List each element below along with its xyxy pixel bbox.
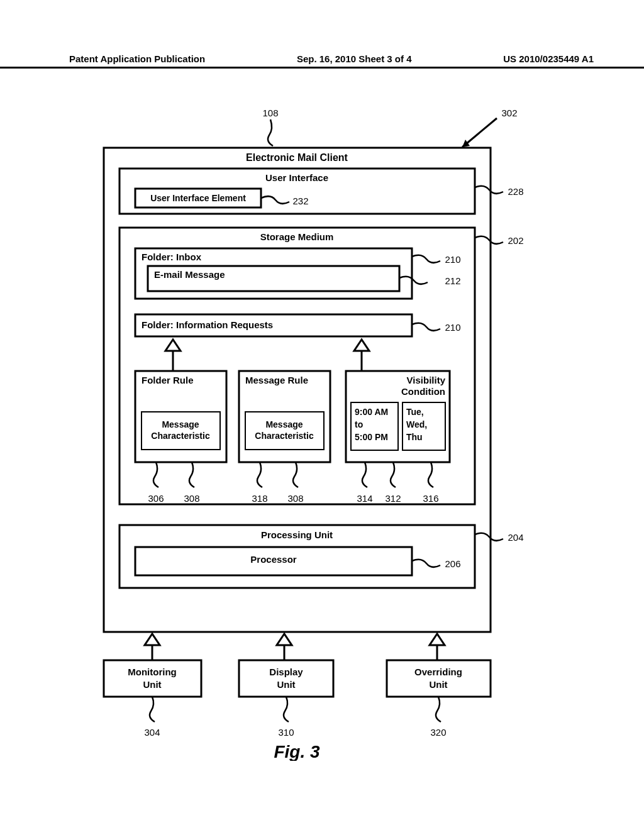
ref-212: 212 bbox=[445, 275, 460, 286]
label-user-interface: User Interface bbox=[265, 172, 328, 183]
ref-304: 304 bbox=[144, 727, 160, 738]
label-time-3: 5:00 PM bbox=[355, 432, 388, 442]
arrow-up-overriding bbox=[430, 634, 445, 660]
ref-316: 316 bbox=[423, 493, 438, 504]
label-msg-char-1a: Message bbox=[162, 419, 199, 429]
label-processor: Processor bbox=[250, 554, 297, 565]
header-right: US 2010/0235449 A1 bbox=[503, 53, 594, 64]
arrow-up-display bbox=[277, 634, 292, 660]
ref-206: 206 bbox=[445, 558, 460, 569]
label-mon-unit-2: Unit bbox=[143, 679, 161, 690]
label-msg-char-2a: Message bbox=[265, 419, 303, 429]
ref-318: 318 bbox=[252, 493, 267, 504]
box-monitoring-unit bbox=[104, 660, 201, 697]
label-day-3: Thu bbox=[406, 432, 423, 442]
label-storage-medium: Storage Medium bbox=[260, 231, 334, 242]
label-email-message: E-mail Message bbox=[154, 269, 225, 280]
label-disp-unit-2: Unit bbox=[277, 679, 295, 690]
ref-204: 204 bbox=[508, 532, 523, 543]
box-overriding-unit bbox=[387, 660, 491, 697]
label-mon-unit-1: Monitoring bbox=[128, 667, 176, 677]
figure-diagram: 108 302 Electronic Mail Client User Inte… bbox=[0, 94, 644, 761]
ref-228: 228 bbox=[508, 186, 523, 197]
label-ovr-unit-1: Overriding bbox=[414, 667, 462, 677]
lead-304 bbox=[150, 697, 155, 722]
label-folder-inbox: Folder: Inbox bbox=[142, 252, 202, 262]
lead-320 bbox=[436, 697, 441, 722]
ref-210a: 210 bbox=[445, 254, 460, 265]
ref-310: 310 bbox=[278, 727, 294, 738]
figure-label: Fig. 3 bbox=[274, 742, 320, 761]
label-mail-client: Electronic Mail Client bbox=[246, 152, 348, 163]
label-disp-unit-1: Display bbox=[269, 667, 303, 677]
label-folder-rule: Folder Rule bbox=[142, 375, 194, 385]
box-display-unit bbox=[239, 660, 333, 697]
label-day-1: Tue, bbox=[406, 407, 424, 417]
header-left: Patent Application Publication bbox=[69, 53, 205, 64]
label-vis-cond-1: Visibility bbox=[407, 375, 446, 385]
svg-marker-3 bbox=[277, 634, 292, 645]
label-day-2: Wed, bbox=[406, 419, 427, 429]
label-vis-cond-2: Condition bbox=[401, 386, 445, 397]
lead-108 bbox=[268, 119, 273, 146]
lead-310 bbox=[284, 697, 289, 722]
ref-314: 314 bbox=[357, 493, 372, 504]
header-mid: Sep. 16, 2010 Sheet 3 of 4 bbox=[297, 53, 412, 64]
label-msg-char-2b: Characteristic bbox=[255, 431, 314, 441]
header-rule bbox=[0, 67, 644, 69]
arrow-up-monitoring bbox=[145, 634, 160, 660]
label-ui-element: User Interface Element bbox=[150, 193, 246, 203]
label-time-1: 9:00 AM bbox=[355, 407, 388, 417]
ref-202: 202 bbox=[508, 235, 523, 246]
page-header: Patent Application Publication Sep. 16, … bbox=[69, 53, 594, 64]
label-message-rule: Message Rule bbox=[245, 375, 308, 385]
ref-308b: 308 bbox=[287, 493, 303, 504]
ref-320: 320 bbox=[430, 727, 446, 738]
label-processing-unit: Processing Unit bbox=[261, 529, 333, 540]
ref-108: 108 bbox=[262, 108, 278, 118]
ref-308a: 308 bbox=[184, 493, 199, 504]
ref-232: 232 bbox=[292, 196, 308, 206]
ref-306: 306 bbox=[148, 493, 164, 504]
ref-302: 302 bbox=[501, 108, 517, 118]
label-time-2: to bbox=[355, 419, 363, 429]
page: Patent Application Publication Sep. 16, … bbox=[0, 0, 644, 830]
label-folder-info: Folder: Information Requests bbox=[142, 319, 273, 330]
ref-210b: 210 bbox=[445, 322, 460, 333]
svg-marker-4 bbox=[430, 634, 445, 645]
svg-marker-2 bbox=[145, 634, 160, 645]
ref-312: 312 bbox=[385, 493, 401, 504]
label-ovr-unit-2: Unit bbox=[429, 679, 447, 690]
label-msg-char-1b: Characteristic bbox=[151, 431, 210, 441]
